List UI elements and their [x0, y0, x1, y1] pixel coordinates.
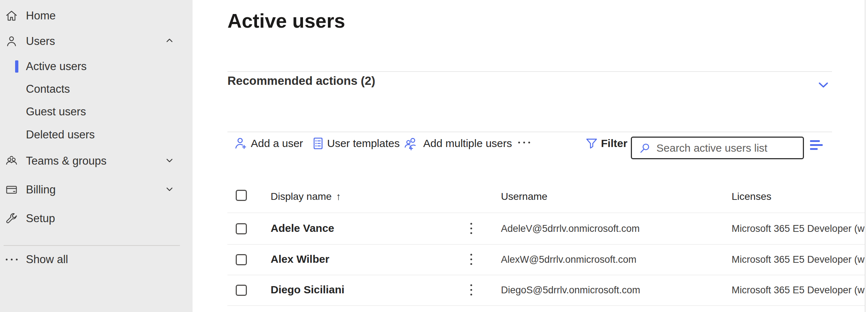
display-name-cell[interactable]: Alex Wilber — [271, 253, 329, 265]
person-icon — [4, 35, 19, 48]
search-input[interactable] — [656, 142, 799, 154]
row-more-actions-icon[interactable] — [470, 254, 472, 265]
row-more-actions-icon[interactable] — [470, 223, 472, 234]
ellipsis-icon — [4, 259, 19, 261]
column-header-licenses[interactable]: Licenses — [732, 191, 772, 202]
sidebar-item-label: Setup — [26, 212, 55, 225]
filter-button[interactable]: Filter — [601, 137, 627, 150]
column-header-username[interactable]: Username — [501, 191, 547, 202]
row-divider — [227, 275, 865, 275]
sidebar-item-guest-users[interactable]: Guest users — [0, 101, 193, 122]
licenses-cell: Microsoft 365 E5 Developer (withou — [732, 254, 865, 265]
sidebar-item-home[interactable]: Home — [0, 5, 193, 26]
main-content: Active users Recommended actions (2) Add… — [193, 0, 868, 312]
sidebar-item-label: Active users — [26, 60, 87, 73]
people-icon — [4, 154, 19, 168]
chevron-down-icon — [164, 184, 175, 196]
sidebar-item-label: Home — [26, 9, 56, 22]
add-multiple-users-icon[interactable] — [403, 136, 419, 153]
display-name-cell[interactable]: Adele Vance — [271, 222, 334, 234]
sidebar-item-active-users[interactable]: Active users — [0, 56, 193, 77]
sidebar-item-contacts[interactable]: Contacts — [0, 79, 193, 100]
recommended-actions-divider — [227, 132, 832, 132]
search-icon — [638, 142, 651, 155]
row-more-actions-icon[interactable] — [470, 284, 472, 295]
add-multiple-users-button[interactable]: Add multiple users — [423, 137, 512, 150]
wrench-icon — [4, 212, 19, 225]
title-divider — [227, 71, 832, 72]
username-cell: DiegoS@5drrlv.onmicrosoft.com — [501, 285, 640, 296]
sidebar-item-label: Contacts — [26, 83, 70, 96]
sidebar-item-label: Billing — [26, 183, 56, 196]
column-header-display-name[interactable]: Display name↑ — [271, 191, 341, 202]
search-box — [631, 137, 804, 159]
chevron-down-icon[interactable] — [816, 78, 831, 93]
add-user-icon[interactable] — [233, 136, 248, 152]
home-icon — [4, 9, 19, 22]
scroll-edge-line — [865, 0, 865, 312]
recommended-actions-header[interactable]: Recommended actions (2) — [227, 74, 375, 88]
sidebar-item-label: Teams & groups — [26, 155, 107, 168]
sidebar-item-setup[interactable]: Setup — [0, 208, 193, 229]
header-divider — [227, 212, 865, 213]
licenses-cell: Microsoft 365 E5 Developer (withou — [732, 223, 865, 234]
chevron-up-icon — [164, 36, 175, 47]
sidebar: Home Users Active users Contacts Guest u… — [0, 0, 193, 312]
select-all-checkbox[interactable] — [236, 190, 247, 201]
sidebar-item-label: Show all — [26, 253, 68, 266]
row-checkbox[interactable] — [236, 285, 247, 296]
username-cell: AlexW@5drrlv.onmicrosoft.com — [501, 254, 636, 265]
sidebar-item-show-all[interactable]: Show all — [0, 249, 193, 270]
add-user-button[interactable]: Add a user — [251, 137, 303, 150]
licenses-cell: Microsoft 365 E5 Developer (withou — [732, 285, 865, 296]
filter-icon[interactable] — [585, 137, 598, 152]
credit-card-icon — [4, 183, 19, 196]
row-divider — [227, 244, 865, 245]
page-title: Active users — [227, 9, 345, 32]
selected-indicator — [15, 60, 18, 73]
sort-ascending-arrow: ↑ — [336, 191, 341, 202]
row-checkbox[interactable] — [236, 254, 247, 265]
sidebar-item-billing[interactable]: Billing — [0, 179, 193, 200]
sidebar-item-label: Users — [26, 35, 55, 48]
row-divider — [227, 305, 865, 306]
sidebar-item-deleted-users[interactable]: Deleted users — [0, 124, 193, 145]
sidebar-item-users[interactable]: Users — [0, 31, 193, 52]
username-cell: AdeleV@5drrlv.onmicrosoft.com — [501, 223, 640, 234]
display-name-cell[interactable]: Diego Siciliani — [271, 284, 344, 296]
sort-lines-icon[interactable] — [810, 140, 823, 152]
admin-center-page: Home Users Active users Contacts Guest u… — [0, 0, 868, 312]
sidebar-item-label: Deleted users — [26, 128, 95, 141]
user-templates-icon[interactable] — [310, 136, 325, 152]
chevron-down-icon — [164, 155, 175, 167]
user-templates-button[interactable]: User templates — [327, 137, 400, 150]
sidebar-item-label: Guest users — [26, 105, 86, 118]
row-checkbox[interactable] — [236, 223, 247, 234]
more-actions-icon[interactable] — [518, 142, 530, 143]
sidebar-item-teams-groups[interactable]: Teams & groups — [0, 151, 193, 171]
sidebar-divider — [4, 245, 180, 246]
